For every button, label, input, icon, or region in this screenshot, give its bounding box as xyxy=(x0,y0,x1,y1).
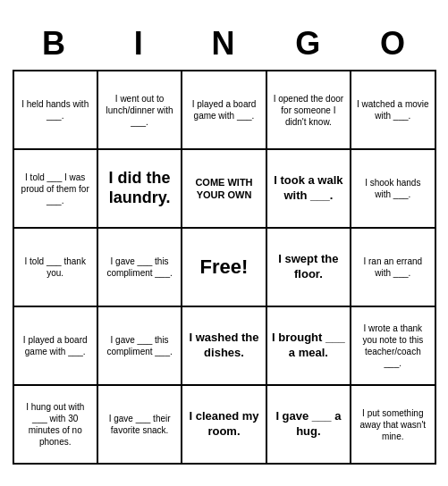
cell-r2c5-text: I shook hands with ___. xyxy=(356,177,429,200)
cell-r1c5[interactable]: I watched a movie with ___. xyxy=(351,71,435,150)
cell-r1c3[interactable]: I played a board game with ___. xyxy=(182,71,266,150)
cell-r4c5-text: I wrote a thank you note to this teacher… xyxy=(356,323,429,369)
cell-r5c1-text: I hung out with ___ with 30 minutes of n… xyxy=(19,401,92,448)
cell-r1c2-text: I went out to lunch/dinner with ___. xyxy=(103,93,176,128)
cell-r5c5[interactable]: I put something away that wasn't mine. xyxy=(351,386,435,465)
cell-r1c4[interactable]: I opened the door for someone I didn't k… xyxy=(267,71,351,150)
cell-r3c2[interactable]: I gave ___ this compliment ___. xyxy=(98,229,182,307)
cell-r5c5-text: I put something away that wasn't mine. xyxy=(356,407,429,442)
cell-r5c1[interactable]: I hung out with ___ with 30 minutes of n… xyxy=(14,386,98,465)
cell-r2c1[interactable]: I told ___ I was proud of them for ___. xyxy=(14,150,98,229)
bingo-card: B I N G O I held hands with ___. I went … xyxy=(5,14,444,472)
cell-r1c2[interactable]: I went out to lunch/dinner with ___. xyxy=(98,71,182,150)
cell-r5c3[interactable]: I cleaned my room. xyxy=(182,386,266,465)
cell-r2c1-text: I told ___ I was proud of them for ___. xyxy=(19,172,92,206)
cell-r5c2-text: I gave ___ their favorite snack. xyxy=(103,413,176,436)
cell-r3c3-free[interactable]: Free! xyxy=(182,229,266,307)
header-n: N xyxy=(182,21,266,66)
cell-r2c4-text: I took a walk with ___. xyxy=(272,173,345,204)
cell-r3c5[interactable]: I ran an errand with ___. xyxy=(351,229,435,307)
cell-r3c4[interactable]: I swept the floor. xyxy=(267,229,351,307)
header-g: G xyxy=(266,21,351,66)
cell-r2c2[interactable]: I did the laundry. xyxy=(98,150,182,229)
cell-r1c4-text: I opened the door for someone I didn't k… xyxy=(272,93,345,128)
cell-r3c1-text: I told ___ thank you. xyxy=(19,256,92,279)
cell-r2c5[interactable]: I shook hands with ___. xyxy=(351,150,435,229)
header-o: O xyxy=(351,21,436,66)
cell-r4c2-text: I gave ___ this compliment ___. xyxy=(103,334,176,357)
cell-r5c4-text: I gave ___ a hug. xyxy=(272,409,345,440)
header-b: B xyxy=(13,21,97,66)
cell-r1c5-text: I watched a movie with ___. xyxy=(356,98,429,122)
cell-r5c3-text: I cleaned my room. xyxy=(187,409,260,440)
cell-r2c4[interactable]: I took a walk with ___. xyxy=(267,150,351,229)
cell-r2c3[interactable]: COME WITH YOUR OWN xyxy=(182,150,266,229)
cell-r4c1-text: I played a board game with ___. xyxy=(19,334,92,357)
cell-r4c4[interactable]: I brought ___ a meal. xyxy=(267,307,351,386)
cell-r4c4-text: I brought ___ a meal. xyxy=(272,331,345,361)
cell-r5c4[interactable]: I gave ___ a hug. xyxy=(267,386,351,465)
header-i: I xyxy=(97,21,182,66)
bingo-header: B I N G O xyxy=(13,21,436,66)
cell-r4c2[interactable]: I gave ___ this compliment ___. xyxy=(98,307,182,386)
cell-r5c2[interactable]: I gave ___ their favorite snack. xyxy=(98,386,182,465)
cell-r3c3-text: Free! xyxy=(200,256,249,279)
cell-r1c3-text: I played a board game with ___. xyxy=(187,98,260,122)
cell-r1c1-text: I held hands with ___. xyxy=(19,98,92,122)
cell-r4c5[interactable]: I wrote a thank you note to this teacher… xyxy=(351,307,435,386)
bingo-grid: I held hands with ___. I went out to lun… xyxy=(13,70,436,465)
cell-r2c3-text: COME WITH YOUR OWN xyxy=(187,176,260,202)
cell-r1c1[interactable]: I held hands with ___. xyxy=(14,71,98,150)
cell-r2c2-text: I did the laundry. xyxy=(103,169,176,207)
cell-r3c2-text: I gave ___ this compliment ___. xyxy=(103,256,176,279)
cell-r4c1[interactable]: I played a board game with ___. xyxy=(14,307,98,386)
cell-r4c3-text: I washed the dishes. xyxy=(187,331,260,361)
cell-r3c5-text: I ran an errand with ___. xyxy=(356,256,429,279)
cell-r3c1[interactable]: I told ___ thank you. xyxy=(14,229,98,307)
cell-r4c3[interactable]: I washed the dishes. xyxy=(182,307,266,386)
cell-r3c4-text: I swept the floor. xyxy=(272,252,345,282)
